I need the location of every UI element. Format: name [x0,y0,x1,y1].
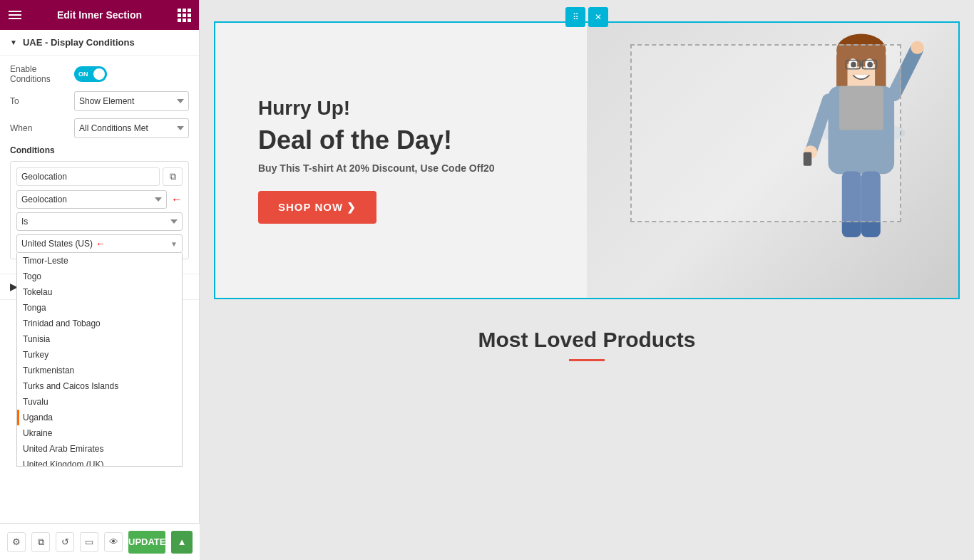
toggle-knob [93,68,105,80]
arrow-red-icon: ← [171,193,183,206]
country-option-turkey[interactable]: Turkey [17,347,182,363]
country-option-tonga[interactable]: Tonga [17,300,182,316]
most-loved-underline [569,359,605,361]
country-dropdown-list: Timor-Leste Togo Tokelau Tonga Trinidad … [16,253,183,467]
condition-operator-dropdown[interactable]: Is Is Not [16,212,183,231]
element-toolbar: ⠿ ✕ [565,7,608,27]
chevron-down-country-icon: ▼ [170,240,178,248]
panel-footer: ⚙ ⧉ ↺ ▭ 👁 UPDATE ▲ [0,523,200,560]
country-select-display[interactable]: United States (US) ← ▼ [16,234,183,253]
main-content: ⠿ ✕ Hurry Up! Deal of the Day! Buy This … [200,0,974,560]
svg-point-15 [911,41,925,54]
country-option-togo[interactable]: Togo [17,269,182,284]
when-dropdown[interactable]: All Conditions Met Any Condition Met [74,118,189,138]
to-label: To [10,96,74,106]
arrow-red-country-icon: ← [96,238,106,249]
hero-image [587,23,958,298]
grid-icon[interactable] [178,9,190,21]
country-option-tunisia[interactable]: Tunisia [17,331,182,347]
hero-section: Hurry Up! Deal of the Day! Buy This T-sh… [214,21,960,299]
condition-operator-row: Is Is Not [16,212,183,234]
when-label: When [10,123,74,133]
condition-block: ⧉ Geolocation Browser Operating System ←… [10,161,189,259]
left-panel: Edit Inner Section ▼ UAE - Display Condi… [0,0,200,560]
panel-body: ▼ UAE - Display Conditions Enable Condit… [0,30,199,560]
chevron-down-icon: ▼ [10,38,17,46]
country-option-uae[interactable]: United Arab Emirates [17,441,182,457]
layers-icon-button[interactable]: ⧉ [31,532,50,552]
settings-icon-button[interactable]: ⚙ [7,532,26,552]
uae-section-label: UAE - Display Conditions [23,37,135,48]
update-button[interactable]: UPDATE [128,531,165,554]
condition-title-input[interactable] [16,167,160,186]
when-row: When All Conditions Met Any Condition Me… [10,118,189,138]
move-element-button[interactable]: ⠿ [565,7,585,27]
most-loved-title: Most Loved Products [214,328,960,352]
condition-type-dropdown[interactable]: Geolocation Browser Operating System [16,190,167,209]
country-option-tokelau[interactable]: Tokelau [17,284,182,300]
copy-condition-button[interactable]: ⧉ [163,167,183,186]
enable-conditions-toggle[interactable]: ON [74,66,107,82]
country-option-ukraine[interactable]: Ukraine [17,425,182,441]
update-arrow-button[interactable]: ▲ [171,531,193,554]
country-select-container: United States (US) ← ▼ Timor-Leste Togo … [16,234,183,253]
most-loved-section: Most Loved Products [200,299,974,375]
enable-conditions-label: Enable Conditions [10,64,74,84]
country-option-timor-leste[interactable]: Timor-Leste [17,253,182,269]
country-selected-value: United States (US) [21,239,93,249]
uae-section-header[interactable]: ▼ UAE - Display Conditions [0,30,199,56]
condition-header-row: ⧉ [16,167,183,186]
country-option-turks[interactable]: Turks and Caicos Islands [17,378,182,394]
condition-type-row: Geolocation Browser Operating System ← [16,190,183,209]
country-option-tuvalu[interactable]: Tuvalu [17,394,182,410]
country-option-uganda[interactable]: Uganda [17,410,182,425]
panel-header: Edit Inner Section [0,0,199,30]
to-dropdown[interactable]: Show Element Hide Element [74,91,189,111]
shop-now-button[interactable]: SHOP NOW ❯ [258,191,376,224]
hero-deal-desc: Buy This T-shirt At 20% Discount, Use Co… [258,162,581,174]
undo-icon-button[interactable]: ↺ [56,532,74,552]
inner-section-dashed-box [630,44,901,222]
responsive-icon-button[interactable]: ▭ [80,532,98,552]
country-option-trinidad[interactable]: Trinidad and Tobago [17,316,182,331]
panel-title: Edit Inner Section [21,9,178,21]
country-option-uk[interactable]: United Kingdom (UK) [17,457,182,467]
eye-icon-button[interactable]: 👁 [104,532,123,552]
hero-deal-title: Deal of the Day! [258,125,581,155]
display-conditions-body: Enable Conditions ON To Show Element Hid… [0,56,199,274]
hero-hurry-up: Hurry Up! [258,97,581,120]
close-element-button[interactable]: ✕ [588,7,608,27]
country-option-turkmenistan[interactable]: Turkmenistan [17,363,182,378]
conditions-label: Conditions [10,145,189,155]
toggle-on-label: ON [78,71,88,78]
enable-conditions-row: Enable Conditions ON [10,64,189,84]
hamburger-icon[interactable] [9,11,21,19]
hero-text-block: Hurry Up! Deal of the Day! Buy This T-sh… [215,68,624,252]
to-row: To Show Element Hide Element [10,91,189,111]
